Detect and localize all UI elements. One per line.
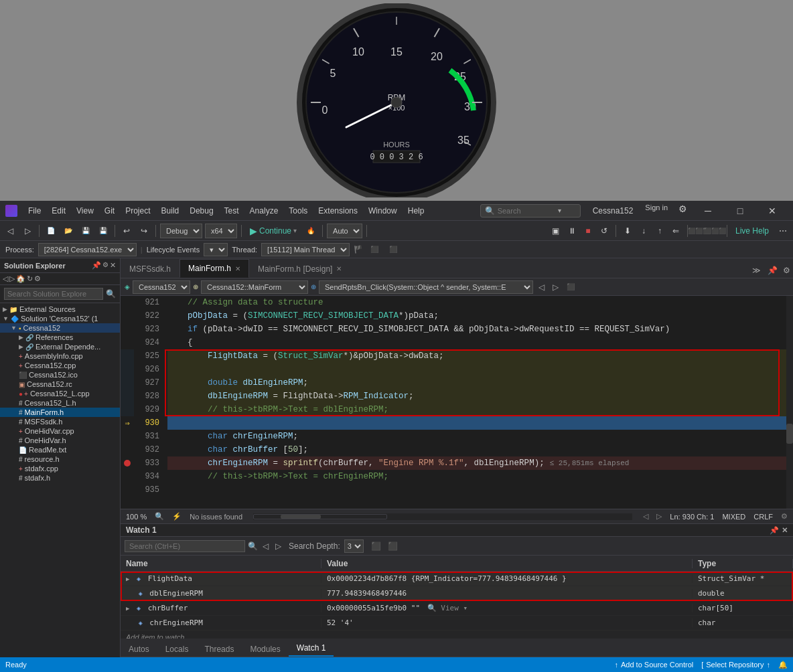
undo-button[interactable]: ↩: [119, 224, 134, 238]
title-search-box[interactable]: 🔍 ▾: [480, 204, 581, 218]
watch-nav-back[interactable]: ◁: [261, 541, 271, 551]
lifecycle-select[interactable]: ▾: [204, 243, 228, 256]
platform-select[interactable]: x64: [205, 224, 237, 238]
sidebar-item-external-sources[interactable]: ▶ 📁 External Sources: [0, 305, 120, 314]
open-button[interactable]: 📂: [61, 224, 76, 238]
sidebar-back-icon[interactable]: ◁: [3, 274, 8, 283]
minimize-button[interactable]: ─: [693, 201, 723, 221]
tree-item-external-dep[interactable]: ▶ 🔗 External Depende...: [0, 342, 120, 351]
sidebar-options-icon[interactable]: ⚙: [102, 261, 109, 270]
sidebar-item-project[interactable]: ▼ ▪ Cessna152: [0, 323, 120, 333]
expand-arrow-icon[interactable]: ▶: [126, 605, 129, 612]
watch-value-cell[interactable]: 0x00000055a15fe9b0 "" 🔍 View ▾: [321, 604, 693, 612]
thread-select[interactable]: [15112] Main Thread: [261, 243, 350, 256]
thread-btn-2[interactable]: ⬛: [386, 242, 401, 257]
nav-arrow-right[interactable]: ▷: [656, 512, 662, 521]
expand-arrow-icon[interactable]: ▶: [126, 576, 129, 582]
tree-item-resourceh[interactable]: # resource.h: [0, 454, 120, 464]
h-scrollbar-thumb[interactable]: [281, 515, 321, 519]
watch-nav-forward[interactable]: ▷: [273, 541, 283, 551]
tab-scroll-right[interactable]: ≫: [748, 263, 765, 278]
tab-mainform-design[interactable]: MainForm.h [Design] ✕: [249, 259, 350, 278]
tab-autos[interactable]: Autos: [121, 642, 157, 657]
save-all-button[interactable]: 💾: [96, 224, 111, 238]
maximize-button[interactable]: □: [725, 201, 755, 221]
nav-forward-icon[interactable]: ▷: [550, 281, 561, 293]
sidebar-search-input[interactable]: [4, 288, 103, 300]
sign-in[interactable]: Sign in: [640, 201, 673, 221]
scrollbar-thumb[interactable]: [786, 424, 793, 444]
menu-build[interactable]: Build: [156, 203, 185, 218]
watch-pin-icon[interactable]: 📌: [770, 526, 779, 535]
method-dropdown[interactable]: Cessna152::MainForm: [201, 280, 308, 294]
menu-git[interactable]: Git: [99, 203, 120, 218]
tab-threads[interactable]: Threads: [196, 642, 242, 657]
handler-dropdown[interactable]: SendRptsBn_Click(System::Object ^ sender…: [319, 280, 533, 294]
code-action-icon[interactable]: ⚡: [172, 512, 182, 521]
tab-modules[interactable]: Modules: [242, 642, 288, 657]
code-editor[interactable]: ⇒ 921 922 923: [121, 296, 793, 509]
watch-row-chrbuffer[interactable]: ▶ ◈ chrBuffer 0x00000055a15fe9b0 "" 🔍 Vi…: [121, 601, 793, 616]
debug-toolbar-btn-2[interactable]: ⏸: [565, 224, 579, 238]
add-source-control[interactable]: ↑ Add to Source Control: [614, 661, 693, 669]
search-depth-select[interactable]: 3: [344, 539, 364, 553]
watch-icon-1[interactable]: ⬛: [369, 541, 383, 551]
tree-item-msfssdk[interactable]: # MSFSsdk.h: [0, 417, 120, 426]
sidebar-home-icon[interactable]: 🏠: [16, 274, 25, 283]
tab-close-icon[interactable]: ✕: [235, 265, 240, 272]
tree-item-onehidvar-h[interactable]: # OneHidVar.h: [0, 436, 120, 445]
sidebar-close-icon[interactable]: ✕: [110, 261, 116, 270]
save-button[interactable]: 💾: [78, 224, 93, 238]
menu-tools[interactable]: Tools: [283, 203, 313, 218]
tree-item-references[interactable]: ▶ 🔗 References: [0, 333, 120, 342]
menu-test[interactable]: Test: [219, 203, 244, 218]
tree-item-stdafx-cpp[interactable]: + stdafx.cpp: [0, 464, 120, 473]
watch-row-chrenginerpm[interactable]: ◈ chrEngineRPM 52 '4' char: [121, 616, 793, 631]
watch-row-flightdata[interactable]: ▶ ◈ FlightData 0x00002234d7b867f8 {RPM_I…: [121, 572, 793, 586]
tree-item-cessna152rc[interactable]: ▣ Cessna152.rc: [0, 380, 120, 389]
view-link[interactable]: 🔍 View ▾: [427, 604, 467, 612]
split-icon[interactable]: ⬛: [564, 282, 577, 292]
new-file-button[interactable]: 📄: [44, 224, 58, 238]
tab-pin-icon[interactable]: 📌: [765, 263, 780, 278]
watch-row-dblenginerpm[interactable]: ◈ dblEngineRPM 777.94839468497446 double: [121, 586, 793, 601]
nav-backward-icon[interactable]: ◁: [536, 281, 547, 293]
watch-value-cell[interactable]: 777.94839468497446: [321, 589, 693, 598]
continue-button[interactable]: ▶ Continue ▾: [246, 224, 301, 238]
select-repo[interactable]: [ Select Repository ↑: [701, 661, 770, 669]
settings-icon[interactable]: ⚙: [781, 512, 788, 521]
menu-debug[interactable]: Debug: [184, 203, 218, 218]
tab-msfssdk[interactable]: MSFSsdk.h: [121, 259, 179, 278]
restart-button[interactable]: ↺: [597, 224, 611, 238]
sidebar-pin-icon[interactable]: 📌: [92, 261, 101, 270]
step-over-button[interactable]: ⬇: [620, 224, 635, 238]
code-content[interactable]: // Assign data to structure pObjData = (…: [165, 296, 793, 509]
watch-search-icon[interactable]: 🔍: [248, 541, 258, 551]
step-back-button[interactable]: ⇐: [668, 224, 683, 238]
thread-btn-1[interactable]: ⬛: [367, 242, 382, 257]
tab-watch1[interactable]: Watch 1: [289, 641, 334, 657]
live-help-button[interactable]: Live Help: [731, 225, 773, 237]
tab-gear-icon[interactable]: ⚙: [780, 263, 793, 278]
menu-project[interactable]: Project: [120, 203, 155, 218]
forward-button[interactable]: ▷: [20, 224, 35, 238]
editor-scrollbar[interactable]: [786, 296, 793, 509]
tab-close-icon[interactable]: ✕: [336, 265, 342, 272]
menu-extensions[interactable]: Extensions: [313, 203, 363, 218]
process-select[interactable]: [28264] Cessna152.exe: [38, 243, 137, 256]
zoom-level[interactable]: 100 %: [126, 513, 147, 521]
menu-window[interactable]: Window: [363, 203, 403, 218]
menu-analyze[interactable]: Analyze: [244, 203, 284, 218]
close-button[interactable]: ✕: [757, 201, 788, 221]
tree-item-readme[interactable]: 📄 ReadMe.txt: [0, 445, 120, 454]
sidebar-item-solution[interactable]: ▼ 🔷 Solution 'Cessna152' (1: [0, 314, 120, 323]
menu-edit[interactable]: Edit: [46, 203, 71, 218]
notification-icon[interactable]: 🔔: [778, 661, 788, 669]
tree-item-cessna152l-h[interactable]: # Cessna152_L.h: [0, 398, 120, 408]
tab-mainformh[interactable]: MainForm.h ✕: [179, 259, 249, 278]
menu-file[interactable]: File: [23, 203, 46, 218]
h-scrollbar[interactable]: [253, 513, 632, 520]
tree-item-stdafx-h[interactable]: # stdafx.h: [0, 473, 120, 483]
perf2-btn[interactable]: ⬛⬛⬛: [708, 224, 723, 238]
tree-item-cessna152ico[interactable]: ⬛ Cessna152.ico: [0, 370, 120, 380]
